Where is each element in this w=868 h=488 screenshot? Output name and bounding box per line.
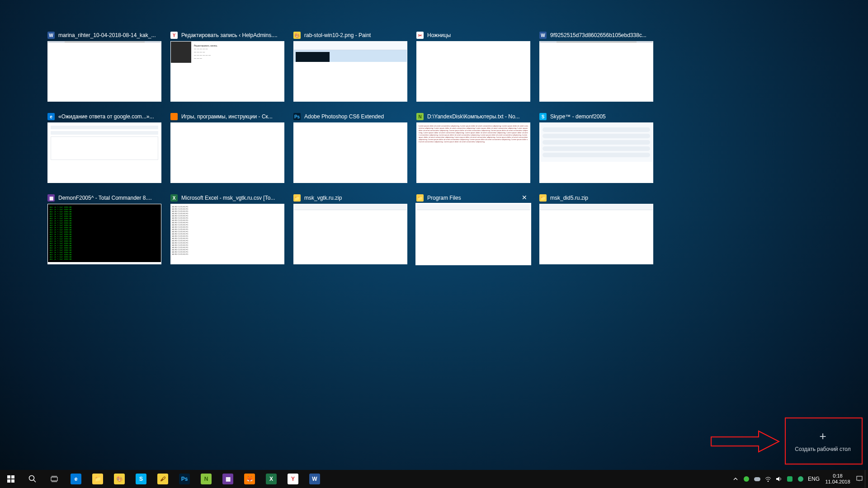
excel-icon: X xyxy=(170,194,178,202)
tray-onedrive-icon[interactable] xyxy=(752,470,763,488)
window-thumbnail[interactable]: ND:\YandexDisk\Компьютеры.txt - No...Lor… xyxy=(416,111,530,183)
window-thumbnail[interactable]: W9f9252515d73d8602656b105ebd338c... xyxy=(539,29,653,102)
window-titlebar: e«Ожидание ответа от google.com...»... xyxy=(47,111,161,122)
taskbar-app-skype[interactable]: S xyxy=(130,470,152,488)
skype-icon: S xyxy=(136,474,146,484)
taskbar-app-yandex[interactable]: Y xyxy=(282,470,304,488)
search-button[interactable] xyxy=(22,470,43,488)
window-thumbnail[interactable]: e«Ожидание ответа от google.com...»... xyxy=(47,111,161,183)
notepadpp-icon: N xyxy=(201,474,212,484)
window-title: 9f9252515d73d8602656b105ebd338c... xyxy=(550,32,653,38)
paint-icon: 🎨 xyxy=(293,32,301,39)
window-thumbnail[interactable]: ✂Ножницы xyxy=(416,29,530,102)
taskbar-app-notepadpp[interactable]: N xyxy=(195,470,217,488)
window-thumbnail[interactable]: 📁Program Files✕ xyxy=(416,192,530,264)
taskbar-app-edge[interactable]: e xyxy=(65,470,87,488)
action-center-button[interactable] xyxy=(854,470,865,488)
window-titlebar: ▦DemonF2005^ - Total Commander 8.... xyxy=(47,192,161,204)
window-titlebar: 📁Program Files✕ xyxy=(416,192,530,204)
window-thumbnail[interactable]: Игры, программы, инструкции - Ск... xyxy=(170,111,284,183)
tray-volume-icon[interactable] xyxy=(774,470,784,488)
window-titlebar: 📁msk_vgtk.ru.zip xyxy=(293,192,407,204)
window-thumbnail[interactable]: 🎨rab-stol-win10-2.png - Paint xyxy=(293,29,407,102)
taskbar-app-explorer[interactable]: 📁 xyxy=(87,470,108,488)
totalcmd-icon: ▦ xyxy=(222,474,233,484)
clock-time: 0:18 xyxy=(833,473,842,479)
task-view-button[interactable] xyxy=(43,470,65,488)
window-preview xyxy=(539,122,653,183)
clock[interactable]: 0:18 11.04.2018 xyxy=(821,473,854,485)
svg-rect-1 xyxy=(11,475,14,479)
skype-icon: S xyxy=(539,113,547,120)
notepadpp-icon: N xyxy=(416,113,424,120)
taskbar-app-excel[interactable]: X xyxy=(260,470,282,488)
window-thumbnail[interactable]: 📁msk_vgtk.ru.zip xyxy=(293,192,407,264)
window-preview xyxy=(47,122,161,183)
folder-icon: 📁 xyxy=(539,194,547,202)
window-titlebar: W9f9252515d73d8602656b105ebd338c... xyxy=(539,29,653,41)
window-preview xyxy=(47,41,161,102)
window-thumbnail[interactable]: YРедактировать запись ‹ HelpAdmins....Ре… xyxy=(170,29,284,102)
window-preview xyxy=(539,204,653,264)
taskbar-app-paint[interactable]: 🎨 xyxy=(108,470,130,488)
svg-rect-0 xyxy=(7,475,10,479)
new-desktop-label: Создать рабочий стол xyxy=(795,446,850,452)
taskbar-app-paint2[interactable]: 🖌 xyxy=(152,470,174,488)
paint-icon: 🎨 xyxy=(114,474,125,484)
window-titlebar: Wmarina_rihter_10-04-2018-08-14_kak_... xyxy=(47,29,161,41)
svg-point-10 xyxy=(768,481,769,482)
window-preview: A1 B1 C1 D1 E1 F1A1 B1 C1 D1 E1 F1A1 B1 … xyxy=(170,204,284,264)
tray-chevron-up-icon[interactable] xyxy=(730,470,741,488)
folder-icon: 📁 xyxy=(293,194,301,202)
window-preview xyxy=(539,41,653,102)
notification-icon xyxy=(856,475,863,483)
new-desktop-button[interactable]: + Создать рабочий стол xyxy=(787,420,859,461)
show-desktop-button[interactable] xyxy=(865,470,868,488)
window-thumbnail[interactable]: XMicrosoft Excel - msk_vgtk.ru.csv [To..… xyxy=(170,192,284,264)
start-button[interactable] xyxy=(0,470,22,488)
window-titlebar: PsAdobe Photoshop CS6 Extended xyxy=(293,111,407,122)
window-title: Редактировать запись ‹ HelpAdmins.... xyxy=(181,32,284,38)
svg-rect-9 xyxy=(51,477,57,481)
window-title: rab-stol-win10-2.png - Paint xyxy=(304,32,407,38)
explorer-icon: 📁 xyxy=(92,474,103,484)
window-titlebar: XMicrosoft Excel - msk_vgtk.ru.csv [To..… xyxy=(170,192,284,204)
search-icon xyxy=(28,475,37,483)
tray-app-icon-2[interactable] xyxy=(784,470,795,488)
clock-date: 11.04.2018 xyxy=(825,479,850,485)
window-preview xyxy=(416,204,530,264)
windows-icon xyxy=(7,475,14,483)
window-thumbnail[interactable]: 📁msk_did5.ru.zip xyxy=(539,192,653,264)
folder-icon: 📁 xyxy=(416,194,424,202)
word-icon: W xyxy=(309,474,320,484)
window-titlebar: YРедактировать запись ‹ HelpAdmins.... xyxy=(170,29,284,41)
close-icon[interactable]: ✕ xyxy=(520,193,528,202)
window-thumbnail[interactable]: PsAdobe Photoshop CS6 Extended xyxy=(293,111,407,183)
window-thumbnail[interactable]: Wmarina_rihter_10-04-2018-08-14_kak_... xyxy=(47,29,161,102)
window-preview xyxy=(293,122,407,183)
plus-icon: + xyxy=(819,429,826,443)
window-thumbnail[interactable]: ▦DemonF2005^ - Total Commander 8....dir … xyxy=(47,192,161,264)
paint2-icon: 🖌 xyxy=(157,474,168,484)
taskbar: e📁🎨S🖌PsN▦🦊XYW ENG 0:18 11.04.2018 xyxy=(0,470,868,488)
yandex-icon: Y xyxy=(288,474,298,484)
window-preview: Lorem ipsum dolor sit amet consectetur a… xyxy=(416,122,530,183)
window-thumbnail[interactable]: SSkype™ - demonf2005 xyxy=(539,111,653,183)
language-indicator[interactable]: ENG xyxy=(806,476,821,482)
tray-wifi-icon[interactable] xyxy=(763,470,774,488)
svg-point-4 xyxy=(29,476,34,481)
taskbar-app-word[interactable]: W xyxy=(304,470,326,488)
tray-app-icon-1[interactable] xyxy=(741,470,752,488)
window-preview: Редактировать запись— — — — —— — — —— — … xyxy=(170,41,284,102)
yandex-icon: Y xyxy=(170,32,178,39)
taskbar-app-totalcmd[interactable]: ▦ xyxy=(217,470,239,488)
svg-rect-2 xyxy=(7,479,10,483)
svg-rect-3 xyxy=(11,479,14,483)
photoshop-icon: Ps xyxy=(179,474,190,484)
tray-app-icon-3[interactable] xyxy=(795,470,806,488)
window-title: Program Files xyxy=(427,195,530,201)
edge-icon: e xyxy=(47,113,55,120)
window-title: msk_vgtk.ru.zip xyxy=(304,195,407,201)
taskbar-app-photoshop[interactable]: Ps xyxy=(174,470,195,488)
taskbar-app-firefox[interactable]: 🦊 xyxy=(239,470,260,488)
